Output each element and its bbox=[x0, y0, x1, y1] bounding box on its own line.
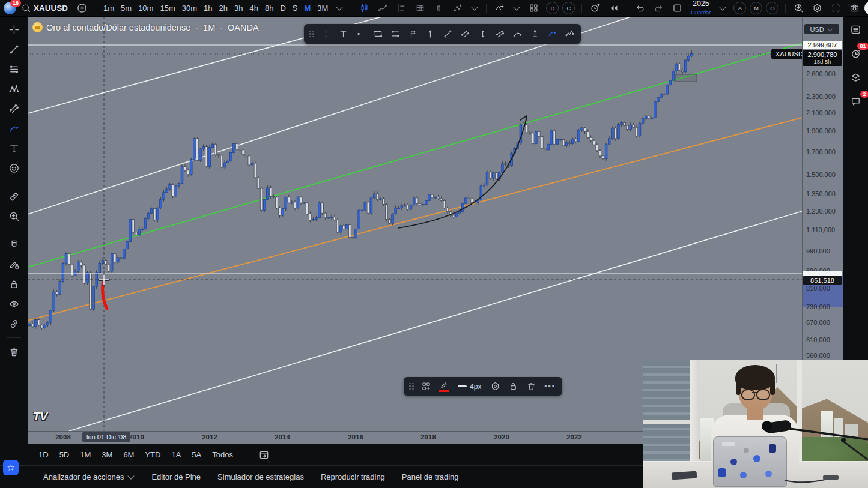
save-menu-button[interactable] bbox=[715, 5, 730, 11]
quick-search-button[interactable] bbox=[790, 2, 807, 14]
letter-button-C[interactable]: C bbox=[562, 2, 575, 14]
fav-brush-tool-active[interactable] bbox=[544, 26, 560, 42]
drawing-settings-button[interactable] bbox=[487, 378, 503, 394]
time-tick-2008[interactable]: 2008 bbox=[55, 433, 71, 441]
emoji-tool[interactable] bbox=[4, 161, 23, 175]
interval-button-M[interactable]: M bbox=[301, 2, 314, 14]
fav-rectangle-tool[interactable] bbox=[369, 26, 386, 42]
interval-button-2h[interactable]: 2h bbox=[216, 2, 231, 14]
fav-fib-tool[interactable] bbox=[387, 26, 404, 42]
trendline-tool[interactable] bbox=[4, 43, 23, 56]
range-button-Todos[interactable]: Todos bbox=[208, 448, 237, 461]
time-tick-2010[interactable]: 2010 bbox=[129, 433, 144, 441]
symbol-search-button[interactable]: XAUUSD bbox=[17, 2, 71, 14]
fav-pattern-tool[interactable] bbox=[561, 26, 578, 42]
interval-button-D[interactable]: D bbox=[277, 2, 288, 14]
tab-analizador-de-acciones[interactable]: Analizador de acciones bbox=[37, 470, 141, 484]
measure-tool[interactable] bbox=[4, 190, 23, 203]
chart-type-area-button[interactable] bbox=[393, 2, 410, 14]
interval-button-4h[interactable]: 4h bbox=[246, 2, 261, 14]
fav-text-tool[interactable] bbox=[335, 26, 351, 42]
fav-price-range-tool[interactable] bbox=[474, 26, 491, 42]
interval-button-30m[interactable]: 30m bbox=[179, 2, 200, 14]
alert-button[interactable] bbox=[586, 2, 604, 14]
time-tick-2012[interactable]: 2012 bbox=[202, 433, 217, 441]
hide-drawings-tool[interactable] bbox=[4, 297, 23, 310]
watchlist-button[interactable] bbox=[847, 22, 865, 37]
object-tree-button[interactable] bbox=[847, 70, 865, 85]
parallel-channel-tool[interactable] bbox=[4, 102, 23, 115]
fav-extended-line-tool[interactable] bbox=[526, 26, 543, 42]
link-drawings-tool[interactable] bbox=[4, 317, 23, 330]
chart-type-bars-button[interactable] bbox=[411, 2, 429, 14]
interval-button-3M[interactable]: 3M bbox=[314, 2, 331, 14]
fullscreen-button[interactable] bbox=[827, 2, 845, 14]
time-tick-2016[interactable]: 2016 bbox=[348, 433, 363, 441]
brush-tool-active[interactable] bbox=[4, 122, 23, 135]
zoom-in-tool[interactable] bbox=[4, 209, 23, 223]
user-avatar[interactable]: 16 bbox=[4, 2, 16, 14]
range-button-1D[interactable]: 1D bbox=[34, 448, 53, 461]
lock-all-tool[interactable] bbox=[4, 277, 23, 291]
chat-button[interactable]: 2 bbox=[847, 94, 865, 109]
chart-type-scatter-button[interactable] bbox=[449, 2, 466, 14]
fav-vertical-line-tool[interactable] bbox=[422, 26, 439, 42]
drawing-template-button[interactable] bbox=[417, 378, 434, 394]
letter-button-M[interactable]: M bbox=[750, 2, 762, 14]
replay-button[interactable] bbox=[605, 2, 622, 14]
goto-date-button[interactable] bbox=[255, 448, 273, 462]
tab-panel-de-trading[interactable]: Panel de trading bbox=[396, 470, 465, 484]
fav-curve-tool[interactable] bbox=[509, 26, 526, 42]
undo-button[interactable] bbox=[631, 2, 649, 14]
range-button-1M[interactable]: 1M bbox=[76, 448, 95, 461]
letter-button-D[interactable]: D bbox=[546, 2, 559, 14]
alerts-button[interactable]: 81 bbox=[847, 46, 865, 61]
interval-button-5m[interactable]: 5m bbox=[118, 2, 135, 14]
interval-button-1h[interactable]: 1h bbox=[201, 2, 215, 14]
drawing-color-button[interactable] bbox=[436, 378, 452, 394]
range-button-3M[interactable]: 3M bbox=[97, 448, 117, 461]
magnet-tool[interactable] bbox=[4, 238, 23, 251]
remove-drawings-tool[interactable] bbox=[4, 345, 23, 358]
tab-simulador-de-estrategias[interactable]: Simulador de estrategias bbox=[211, 470, 310, 484]
range-button-1A[interactable]: 1A bbox=[167, 448, 185, 461]
add-symbol-button[interactable] bbox=[73, 1, 91, 15]
publish-button[interactable]: Publicar bbox=[864, 1, 868, 15]
chart-type-menu-button[interactable] bbox=[467, 5, 482, 11]
chart-type-candles-button[interactable] bbox=[356, 2, 373, 14]
tab-reproducir-trading[interactable]: Reproducir trading bbox=[315, 470, 391, 484]
interval-button-3h[interactable]: 3h bbox=[231, 2, 246, 14]
interval-button-15m[interactable]: 15m bbox=[157, 2, 178, 14]
settings-button[interactable] bbox=[809, 2, 826, 14]
drawing-more-button[interactable]: ••• bbox=[541, 382, 559, 391]
crosshair-tool[interactable] bbox=[4, 23, 23, 36]
currency-unit-button[interactable]: USD bbox=[804, 24, 839, 34]
save-layout-button[interactable]: 2025 Guardar bbox=[687, 0, 714, 17]
range-button-YTD[interactable]: YTD bbox=[141, 448, 165, 461]
interval-button-1m[interactable]: 1m bbox=[100, 2, 117, 14]
interval-button-8h[interactable]: 8h bbox=[262, 2, 276, 14]
fav-trendline-tool[interactable] bbox=[439, 26, 456, 42]
redo-button[interactable] bbox=[650, 2, 667, 14]
layout-select-button[interactable] bbox=[669, 2, 686, 14]
time-tick-2020[interactable]: 2020 bbox=[494, 433, 509, 441]
time-tick-2014[interactable]: 2014 bbox=[275, 433, 290, 441]
fav-parallel-channel-tool[interactable] bbox=[457, 26, 473, 42]
fib-retracement-tool[interactable] bbox=[4, 62, 23, 76]
text-tool[interactable] bbox=[4, 142, 23, 155]
fav-flag-tool[interactable] bbox=[404, 26, 421, 42]
favorites-star-button[interactable]: ☆ bbox=[3, 460, 19, 475]
chart-legend[interactable]: Oro al contado/Dólar estadounidense · 1M… bbox=[32, 22, 259, 32]
range-button-5A[interactable]: 5A bbox=[187, 448, 205, 461]
chart-type-hollow-button[interactable] bbox=[430, 2, 448, 14]
range-button-5D[interactable]: 5D bbox=[55, 448, 74, 461]
letter-button-O[interactable]: O bbox=[766, 2, 778, 14]
drawing-delete-button[interactable] bbox=[523, 378, 539, 394]
fav-crosshair-tool[interactable] bbox=[317, 26, 334, 42]
interval-button-10m[interactable]: 10m bbox=[135, 2, 156, 14]
time-tick-2022[interactable]: 2022 bbox=[566, 433, 582, 441]
props-drag-handle[interactable] bbox=[407, 383, 416, 390]
range-button-6M[interactable]: 6M bbox=[119, 448, 138, 461]
fav-disjoint-channel-tool[interactable] bbox=[491, 26, 508, 42]
snapshot-button[interactable] bbox=[846, 2, 863, 14]
